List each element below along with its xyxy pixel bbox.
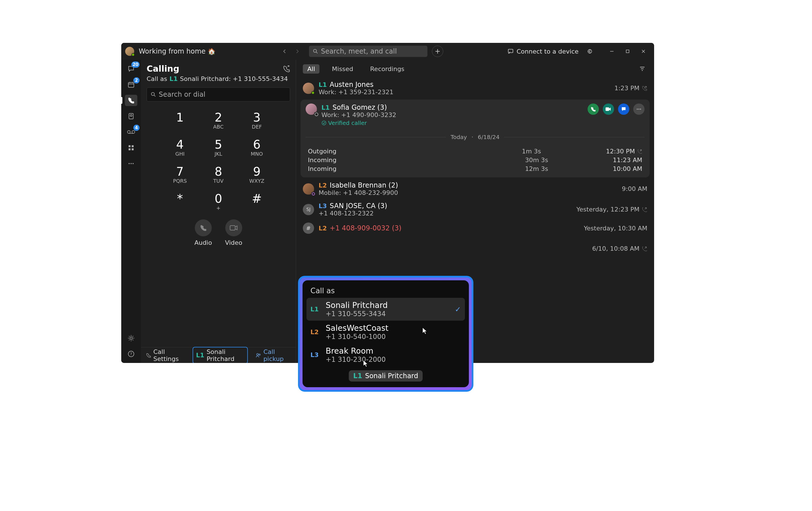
rail-item-help[interactable]: ?: [125, 348, 137, 360]
call-row[interactable]: L2Isabella Brennan (2) Mobile: +1 408-23…: [296, 178, 654, 199]
rail-item-apps[interactable]: [125, 142, 137, 153]
dial-key-7[interactable]: 7PQRS: [161, 165, 199, 184]
call-settings-button[interactable]: Call Settings: [146, 348, 185, 362]
rail-item-calls[interactable]: [125, 95, 137, 106]
dialpad: 1 2ABC 3DEF 4GHI 5JKL 6MNO 7PQRS 8TUV 9W…: [141, 105, 296, 217]
dial-key-9[interactable]: 9WXYZ: [238, 165, 276, 184]
outgoing-icon: [642, 207, 647, 212]
calling-panel: Calling Call as L1 Sonali Pritchard: +1 …: [141, 60, 296, 363]
call-row[interactable]: L1Austen Jones Work: +1 359-231-2321 1:2…: [296, 78, 654, 98]
people-icon: [256, 352, 261, 359]
svg-text:?: ?: [130, 352, 132, 356]
caller-avatar: [303, 183, 314, 195]
tab-all[interactable]: All: [303, 64, 319, 74]
popover-current-pill[interactable]: L1 Sonali Pritchard: [349, 370, 423, 381]
call-time: 9:00 AM: [622, 185, 647, 192]
svg-rect-4: [128, 82, 134, 87]
call-pickup-button[interactable]: Call pickup: [256, 348, 291, 362]
popover-item[interactable]: L3 Break Room +1 310-230-2000: [302, 343, 469, 366]
rail-item-chat[interactable]: 20: [125, 63, 137, 75]
forward-calls-button[interactable]: [283, 65, 290, 73]
detail-row: Outgoing 1m 3s 12:30 PM: [308, 148, 642, 155]
user-avatar[interactable]: [125, 47, 134, 56]
caller-avatar: [306, 104, 317, 115]
cursor-icon: [422, 328, 428, 335]
call-as-popover: Call as L1 Sonali Pritchard +1 310-555-3…: [298, 276, 473, 392]
dial-key-5[interactable]: 5JKL: [199, 138, 237, 157]
call-time: 1:23 PM: [614, 85, 647, 92]
popover-item[interactable]: L1 Sonali Pritchard +1 310-555-3434 ✓: [307, 298, 465, 321]
dial-key-0[interactable]: 0+: [199, 192, 237, 211]
close-button[interactable]: [636, 45, 651, 58]
call-subtitle: Work: +1 359-231-2321: [319, 89, 610, 95]
dial-key-4[interactable]: 4GHI: [161, 138, 199, 157]
maximize-button[interactable]: [620, 45, 636, 58]
rail-item-more[interactable]: [125, 158, 137, 169]
chat-button[interactable]: [618, 104, 629, 115]
svg-point-16: [130, 337, 133, 340]
audio-call-button[interactable]: [587, 104, 599, 115]
minimize-button[interactable]: [604, 45, 620, 58]
active-line-pill[interactable]: L1 Sonali Pritchard: [193, 347, 248, 363]
user-status[interactable]: Working from home 🏠: [139, 47, 215, 55]
rail-item-voicemail[interactable]: 4: [125, 126, 137, 138]
call-actions: [587, 104, 644, 115]
nav-back-button[interactable]: [280, 46, 290, 56]
video-label: Video: [225, 239, 242, 246]
dial-key-6[interactable]: 6MNO: [238, 138, 276, 157]
rail-item-calendar[interactable]: 2: [125, 79, 137, 90]
call-as-prefix: Call as: [147, 75, 167, 82]
popover-pill-name: Sonali Pritchard: [365, 372, 418, 380]
svg-point-25: [637, 109, 638, 109]
dial-key-3[interactable]: 3DEF: [238, 111, 276, 130]
svg-rect-9: [128, 145, 130, 147]
call-row[interactable]: # L2+1 408-909-0032 (3) Yesterday, 10:30…: [296, 220, 654, 236]
video-icon: [605, 107, 612, 111]
dial-key-2[interactable]: 2ABC: [199, 111, 237, 130]
layout-toggle-button[interactable]: [583, 45, 597, 58]
global-search-input[interactable]: Search, meet, and call: [309, 46, 428, 57]
outgoing-icon: [642, 85, 647, 91]
connect-device-button[interactable]: Connect to a device: [508, 48, 579, 55]
status-text: Working from home: [139, 47, 206, 55]
video-call-button[interactable]: [225, 219, 242, 236]
svg-point-6: [130, 115, 132, 117]
tab-recordings[interactable]: Recordings: [366, 64, 409, 74]
svg-point-8: [132, 131, 135, 133]
svg-rect-3: [626, 50, 629, 53]
new-button[interactable]: +: [432, 46, 443, 57]
popover-item[interactable]: L2 SalesWestCoast +1 310-540-1000: [302, 321, 469, 343]
call-time: Yesterday, 10:30 AM: [584, 225, 647, 232]
left-rail: 20 2 4: [121, 60, 141, 363]
more-button[interactable]: [633, 104, 644, 115]
call-row[interactable]: SJ L3SAN JOSE, CA (3) +1 408-123-2322 Ye…: [296, 199, 654, 220]
dial-key-star[interactable]: *: [161, 192, 199, 211]
dial-key-1[interactable]: 1: [161, 111, 199, 130]
popover-title: Call as: [302, 285, 469, 298]
tab-missed[interactable]: Missed: [327, 64, 358, 74]
audio-call-button[interactable]: [195, 219, 212, 236]
apps-icon: [128, 144, 135, 151]
nav-arrows: [280, 46, 302, 56]
call-row-expanded[interactable]: L1Sofia Gomez (3) Work: +1 490-900-3232 …: [300, 100, 649, 177]
svg-point-0: [314, 49, 317, 53]
search-icon: [151, 92, 156, 97]
nav-forward-button[interactable]: [292, 46, 302, 56]
rail-item-settings[interactable]: [125, 333, 137, 344]
call-as-line-badge: L1: [170, 75, 178, 82]
window-controls: [604, 45, 651, 58]
video-call-button[interactable]: [603, 104, 614, 115]
dial-key-8[interactable]: 8TUV: [199, 165, 237, 184]
phone-forward-icon: [283, 65, 290, 73]
connect-device-label: Connect to a device: [517, 48, 579, 55]
line-pill-badge: L1: [196, 352, 204, 359]
filter-button[interactable]: [637, 64, 647, 74]
line-badge: L1: [353, 372, 362, 380]
popover-item-name: Sonali Pritchard: [326, 301, 448, 310]
svg-point-23: [322, 121, 326, 125]
rail-item-contacts[interactable]: [125, 111, 137, 122]
call-row[interactable]: 6/10, 10:08 AM: [296, 236, 654, 255]
svg-rect-11: [128, 148, 130, 150]
dial-search-input[interactable]: Search or dial: [147, 87, 290, 102]
dial-key-hash[interactable]: #: [238, 192, 276, 211]
